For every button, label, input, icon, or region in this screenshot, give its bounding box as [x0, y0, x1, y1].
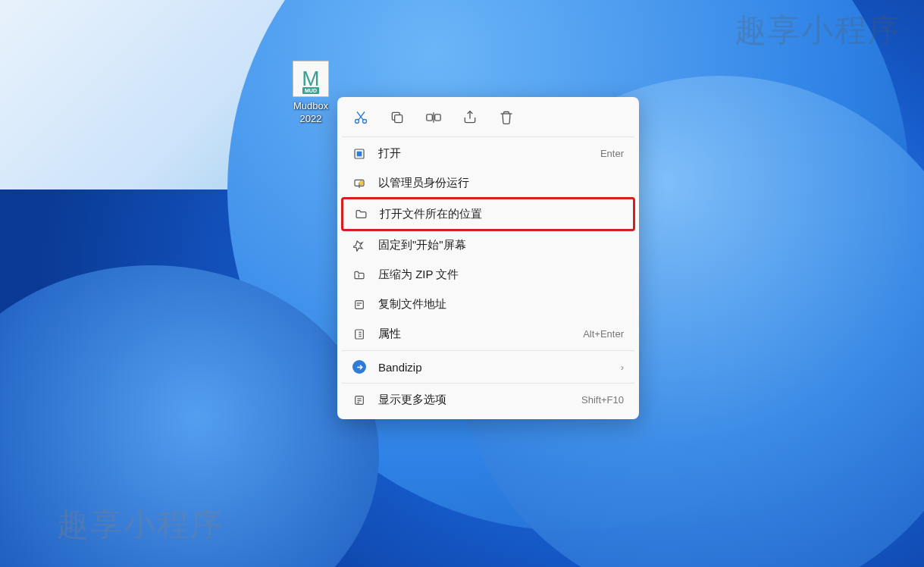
menu-label: 复制文件地址: [378, 297, 624, 312]
menu-item-properties[interactable]: 属性 Alt+Enter: [342, 319, 634, 349]
app-icon-image: M MUD: [293, 61, 329, 97]
delete-icon[interactable]: [498, 109, 515, 126]
svg-rect-13: [356, 300, 364, 309]
path-icon: [352, 298, 366, 312]
menu-label: 打开文件所在的位置: [380, 207, 622, 221]
menu-item-open[interactable]: 打开 Enter: [342, 139, 634, 168]
bandizip-icon: [352, 360, 366, 374]
menu-shortcut: Shift+F10: [581, 394, 624, 406]
zip-icon: [352, 268, 366, 282]
open-icon: [352, 147, 366, 161]
menu-shortcut: Alt+Enter: [583, 328, 624, 340]
menu-item-compress-zip[interactable]: 压缩为 ZIP 文件: [342, 260, 634, 290]
svg-point-0: [356, 120, 359, 124]
menu-item-run-as-admin[interactable]: 以管理员身份运行: [342, 168, 634, 198]
copy-icon[interactable]: [389, 109, 406, 126]
svg-rect-4: [395, 115, 402, 123]
svg-rect-5: [427, 114, 433, 121]
pin-icon: [352, 239, 366, 252]
menu-label: Bandizip: [378, 361, 609, 374]
menu-divider: [342, 350, 634, 351]
menu-divider: [342, 136, 634, 137]
menu-shortcut: Enter: [600, 148, 624, 159]
menu-divider: [342, 383, 634, 384]
menu-item-pin-to-start[interactable]: 固定到"开始"屏幕: [342, 230, 634, 260]
share-icon[interactable]: [462, 109, 478, 126]
svg-rect-6: [435, 114, 441, 121]
menu-label: 以管理员身份运行: [378, 176, 624, 190]
chevron-right-icon: ›: [621, 362, 624, 373]
menu-label: 属性: [378, 327, 571, 341]
menu-label: 打开: [378, 146, 588, 161]
folder-icon: [354, 208, 368, 221]
app-icon-letter: M: [302, 68, 319, 89]
app-icon-sublabel: MUD: [302, 87, 319, 94]
more-options-icon: [352, 393, 366, 407]
menu-item-copy-path[interactable]: 复制文件地址: [342, 290, 634, 319]
desktop-icon-mudbox[interactable]: M MUD Mudbox2022: [280, 61, 341, 126]
menu-label: 压缩为 ZIP 文件: [378, 268, 624, 282]
svg-point-1: [363, 120, 367, 124]
menu-item-show-more-options[interactable]: 显示更多选项 Shift+F10: [342, 385, 634, 415]
properties-icon: [352, 327, 366, 341]
menu-item-bandizip[interactable]: Bandizip ›: [342, 352, 634, 381]
menu-label: 固定到"开始"屏幕: [378, 238, 624, 252]
rename-icon[interactable]: [425, 109, 442, 126]
cut-icon[interactable]: [352, 109, 369, 126]
svg-rect-10: [357, 151, 362, 156]
shield-icon: [352, 177, 366, 190]
context-menu: 打开 Enter 以管理员身份运行 打开文件所在的位置 固定到"开始"屏幕 压缩…: [337, 97, 639, 419]
menu-item-open-file-location[interactable]: 打开文件所在的位置: [341, 197, 635, 231]
menu-label: 显示更多选项: [378, 393, 569, 407]
desktop-icon-label: Mudbox2022: [293, 100, 328, 126]
context-menu-toolbar: [342, 102, 634, 135]
